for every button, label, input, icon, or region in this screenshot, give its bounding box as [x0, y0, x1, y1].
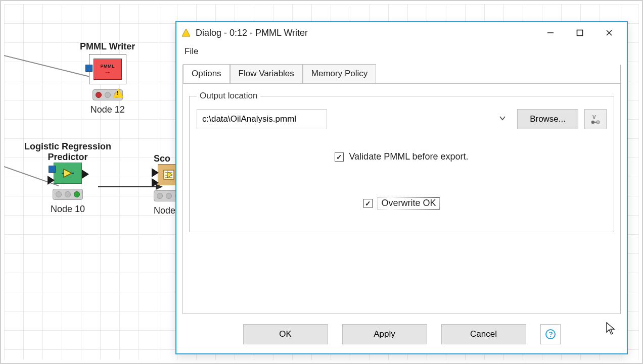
output-path-combo[interactable] — [197, 109, 511, 129]
svg-text:?: ? — [548, 330, 553, 338]
node-title-line2: Predictor — [24, 152, 111, 163]
help-button[interactable]: ? — [540, 324, 561, 344]
node-lr-predictor[interactable]: Logistic Regression Predictor — [24, 141, 111, 215]
tab-memory-policy[interactable]: Memory Policy — [303, 64, 376, 83]
dialog-titlebar[interactable]: Dialog - 0:12 - PMML Writer — [176, 22, 627, 43]
browse-button[interactable]: Browse... — [517, 109, 578, 129]
node-caption: Node 12 — [80, 105, 135, 115]
overwrite-checkbox-row[interactable]: Overwrite OK — [363, 197, 439, 210]
node-body: PMML → — [94, 59, 122, 80]
pmml-icon: PMML → — [100, 64, 115, 75]
app-stage: PMML Writer PMML → Node 12 Logistic — [0, 0, 643, 364]
node-input-port[interactable] — [85, 65, 93, 72]
tab-options[interactable]: Options — [183, 64, 230, 83]
node-status — [53, 189, 83, 200]
status-dot — [166, 193, 172, 199]
node-status — [93, 89, 123, 100]
minimize-button[interactable] — [536, 23, 565, 42]
svg-point-13 — [591, 121, 594, 124]
dialog-tabs: Options Flow Variables Memory Policy Out… — [182, 65, 621, 314]
validate-checkbox-row[interactable]: Validate PMML before export. — [335, 151, 468, 162]
svg-line-0 — [4, 56, 90, 77]
dialog-window: Dialog - 0:12 - PMML Writer File Options — [175, 21, 628, 354]
status-dot-red — [96, 92, 102, 98]
options-center: Validate PMML before export. Overwrite O… — [197, 129, 607, 220]
output-path-input[interactable] — [197, 109, 327, 129]
predictor-icon — [61, 167, 75, 179]
output-location-legend: Output location — [197, 91, 260, 101]
ok-button[interactable]: OK — [243, 324, 328, 344]
warning-icon — [113, 88, 123, 97]
status-dot — [65, 191, 71, 197]
node-input-port-triangle[interactable] — [152, 168, 159, 177]
menu-file[interactable]: File — [182, 45, 200, 58]
node-input-port-triangle[interactable] — [48, 176, 55, 185]
close-button[interactable] — [594, 23, 624, 42]
status-dot — [157, 193, 163, 199]
flow-variable-button[interactable]: V — [584, 109, 607, 129]
validate-checkbox-label: Validate PMML before export. — [349, 151, 468, 162]
tab-flow-variables[interactable]: Flow Variables — [230, 64, 303, 83]
window-controls — [536, 23, 624, 42]
apply-button[interactable]: Apply — [342, 324, 427, 344]
node-title: PMML Writer — [80, 41, 135, 52]
chevron-down-icon — [499, 114, 506, 124]
status-dot — [105, 92, 111, 98]
help-icon: ? — [545, 329, 556, 340]
node-output-port-triangle[interactable] — [82, 170, 89, 179]
dialog-title: Dialog - 0:12 - PMML Writer — [196, 28, 308, 38]
svg-marker-7 — [182, 29, 190, 36]
cancel-button[interactable]: Cancel — [441, 324, 526, 344]
output-path-row: Browse... V — [197, 109, 607, 129]
status-dot — [56, 191, 62, 197]
node-input-port-triangle[interactable] — [152, 178, 159, 187]
svg-point-14 — [596, 121, 600, 124]
scorer-icon — [162, 169, 175, 181]
mouse-cursor-icon — [606, 322, 616, 336]
dialog-menu-bar: File — [176, 43, 627, 62]
knime-icon — [181, 28, 191, 37]
node-pmml-writer[interactable]: PMML Writer PMML → Node 12 — [80, 41, 135, 115]
svg-text:V: V — [592, 115, 596, 120]
validate-checkbox[interactable] — [335, 152, 344, 162]
svg-marker-18 — [607, 323, 614, 334]
overwrite-checkbox-label: Overwrite OK — [378, 197, 439, 210]
tabs-header: Options Flow Variables Memory Policy — [183, 64, 620, 83]
node-input-port[interactable] — [49, 166, 56, 173]
maximize-button[interactable] — [565, 23, 594, 42]
node-body — [54, 163, 82, 184]
flow-variable-icon: V — [589, 113, 602, 125]
dialog-footer: OK Apply Cancel ? — [176, 314, 627, 353]
output-location-fieldset: Output location Browse... V — [189, 91, 614, 232]
tab-panel-options: Output location Browse... V — [183, 83, 620, 241]
node-body-frame: PMML → — [89, 54, 126, 84]
node-title-line1: Logistic Regression — [24, 141, 111, 152]
svg-marker-4 — [64, 169, 72, 177]
node-caption: Node 10 — [24, 204, 111, 215]
overwrite-checkbox[interactable] — [363, 199, 373, 208]
status-dot-green — [74, 191, 80, 197]
svg-rect-9 — [577, 30, 583, 36]
